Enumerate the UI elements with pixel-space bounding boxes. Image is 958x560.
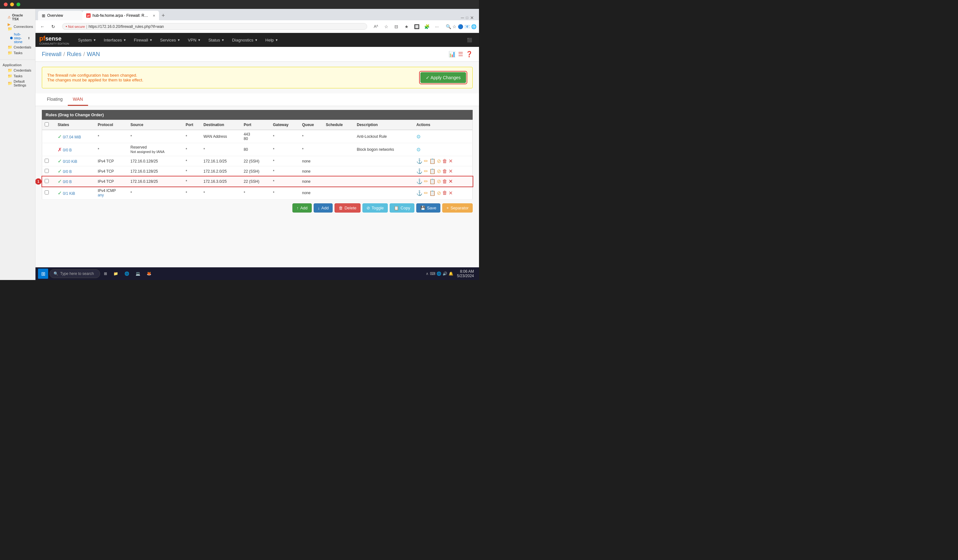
row6-delete-icon[interactable]: 🗑 (442, 190, 447, 196)
row3-disable-icon[interactable]: ⊘ (437, 158, 441, 164)
nav-firewall[interactable]: Firewall ▼ (130, 33, 157, 47)
save-button[interactable]: 💾 Save (416, 203, 441, 213)
breadcrumb-rules[interactable]: Rules (67, 51, 81, 58)
taskbar-app[interactable]: 🦊 (144, 269, 154, 279)
nav-status[interactable]: Status ▼ (205, 33, 228, 47)
tray-notification-icon[interactable]: 🔔 (449, 271, 453, 276)
sidebar-app-credentials[interactable]: 📁 Credentials (3, 67, 33, 73)
taskbar-edge[interactable]: 🌐 (122, 269, 132, 279)
nav-vpn[interactable]: VPN ▼ (184, 33, 205, 47)
row5-copy-icon[interactable]: 📋 (429, 178, 436, 184)
nav-diagnostics[interactable]: Diagnostics ▼ (228, 33, 262, 47)
row5-states-link[interactable]: 0/0 B (63, 179, 71, 184)
row5-edit-icon[interactable]: ✏ (424, 178, 428, 184)
row4-anchor-icon[interactable]: ⚓ (416, 168, 423, 174)
row4-edit-icon[interactable]: ✏ (424, 168, 428, 174)
collections-btn[interactable]: 🔲 (412, 22, 421, 31)
window-maximize-btn[interactable]: □ (466, 16, 468, 20)
row6-x-icon[interactable]: ✕ (449, 190, 453, 196)
mac-min-btn[interactable] (10, 3, 14, 6)
sidebar-app-tasks[interactable]: 📁 Tasks (3, 73, 33, 79)
nav-home-btn[interactable]: ⬛ (464, 38, 475, 43)
window-minimize-btn[interactable]: ─ (461, 15, 464, 20)
row3-edit-icon[interactable]: ✏ (424, 158, 428, 164)
taskbar-search[interactable]: 🔍 Type here to search (49, 269, 100, 278)
apply-changes-button[interactable]: ✓ Apply Changes (420, 72, 466, 83)
select-all-checkbox[interactable] (45, 122, 49, 126)
sidebar-item-hub-step-stone[interactable]: hub-step-stone ⬆ (3, 32, 33, 44)
split-view-btn[interactable]: ⊟ (392, 22, 401, 31)
row1-states-link[interactable]: 0/7.04 MiB (63, 135, 81, 140)
row6-any-link[interactable]: any (98, 193, 103, 197)
favorites-sidebar-btn[interactable]: ☆ (452, 24, 457, 29)
row2-gear-icon[interactable]: ⚙ (416, 147, 421, 152)
sidebar-item-oracle-tsx[interactable]: ⚠ Oracle TSX (3, 13, 33, 22)
outlook-btn[interactable]: 📧 (465, 24, 470, 29)
toggle-button[interactable]: ⊘ Toggle (362, 203, 388, 213)
row3-x-icon[interactable]: ✕ (449, 158, 453, 164)
add-up-button[interactable]: ↑ Add (292, 203, 312, 213)
delete-button[interactable]: 🗑 Delete (335, 203, 360, 213)
row4-checkbox[interactable] (45, 169, 49, 173)
add-down-button[interactable]: ↓ Add (314, 203, 333, 213)
row3-anchor-icon[interactable]: ⚓ (416, 158, 423, 164)
tab-overview[interactable]: ⊞ Overview (38, 11, 82, 20)
favorites-btn[interactable]: ★ (402, 22, 411, 31)
row3-delete-icon[interactable]: 🗑 (442, 159, 447, 164)
sidebar-item-credentials[interactable]: 📁 Credentials (3, 44, 33, 50)
row5-x-icon[interactable]: ✕ (449, 178, 453, 184)
tab-wan[interactable]: WAN (68, 94, 88, 106)
separator-button[interactable]: + Separator (442, 203, 473, 213)
row3-states-link[interactable]: 0/10 KiB (63, 159, 77, 164)
taskbar-clock[interactable]: 8:06 AM 5/23/2024 (457, 269, 476, 278)
tray-network-icon[interactable]: 🌐 (436, 271, 441, 276)
row5-disable-icon[interactable]: ⊘ (437, 178, 441, 184)
row6-disable-icon[interactable]: ⊘ (437, 190, 441, 196)
collections-sidebar-btn[interactable]: 🔵 (458, 24, 463, 29)
back-button[interactable]: ← (38, 22, 47, 31)
row3-checkbox[interactable] (45, 159, 49, 163)
row6-checkbox[interactable] (45, 190, 49, 195)
nav-help[interactable]: Help ▼ (262, 33, 282, 47)
more-btn[interactable]: ··· (433, 22, 441, 31)
row1-gear-icon[interactable]: ⚙ (416, 134, 421, 140)
start-button[interactable]: ⊞ (38, 269, 48, 279)
row5-checkbox[interactable] (45, 179, 49, 183)
tray-up-arrow[interactable]: ∧ (426, 271, 429, 276)
row2-states-link[interactable]: 0/0 B (63, 148, 71, 152)
row4-delete-icon[interactable]: 🗑 (442, 168, 447, 174)
mac-close-btn[interactable] (4, 3, 8, 6)
row6-states-link[interactable]: 0/1 KiB (63, 191, 75, 196)
pfsense-tab-close[interactable]: ✕ (153, 14, 155, 17)
window-close-btn[interactable]: ✕ (470, 15, 474, 20)
nav-services[interactable]: Services ▼ (156, 33, 184, 47)
row6-edit-icon[interactable]: ✏ (424, 190, 428, 196)
row6-copy-icon[interactable]: 📋 (429, 190, 436, 196)
tray-volume-icon[interactable]: 🔊 (443, 271, 447, 276)
sidebar-item-tasks[interactable]: 📁 Tasks (3, 50, 33, 56)
copy-button[interactable]: 📋 Copy (390, 203, 414, 213)
search-sidebar-btn[interactable]: 🔍 (446, 24, 451, 29)
taskbar-file-explorer[interactable]: 📁 (111, 269, 121, 279)
row4-copy-icon[interactable]: 📋 (429, 168, 436, 174)
list-icon[interactable]: ☰ (458, 51, 463, 58)
bar-chart-icon[interactable]: 📊 (449, 51, 455, 58)
reader-btn[interactable]: Aᴬ (372, 22, 381, 31)
taskbar-terminal[interactable]: 💻 (133, 269, 143, 279)
tab-floating[interactable]: Floating (42, 94, 68, 106)
bookmark-btn[interactable]: ☆ (382, 22, 391, 31)
row6-anchor-icon[interactable]: ⚓ (416, 190, 423, 196)
row3-copy-icon[interactable]: 📋 (429, 158, 436, 164)
row4-states-link[interactable]: 0/0 B (63, 170, 71, 174)
row5-anchor-icon[interactable]: ⚓ (416, 178, 423, 184)
tray-keyboard-icon[interactable]: ⌨ (430, 271, 435, 276)
row4-disable-icon[interactable]: ⊘ (437, 168, 441, 174)
help-icon[interactable]: ❓ (466, 51, 473, 58)
refresh-button[interactable]: ↻ (49, 22, 58, 31)
row5-delete-icon[interactable]: 🗑 (442, 179, 447, 184)
sidebar-item-connections[interactable]: ▶ 📁 Connections (3, 22, 33, 32)
mac-max-btn[interactable] (16, 3, 20, 6)
address-bar[interactable]: Not secure | https://172.16.0.20/firewal… (62, 23, 367, 30)
new-tab-button[interactable]: + (159, 11, 168, 20)
extension-btn[interactable]: 🧩 (422, 22, 431, 31)
